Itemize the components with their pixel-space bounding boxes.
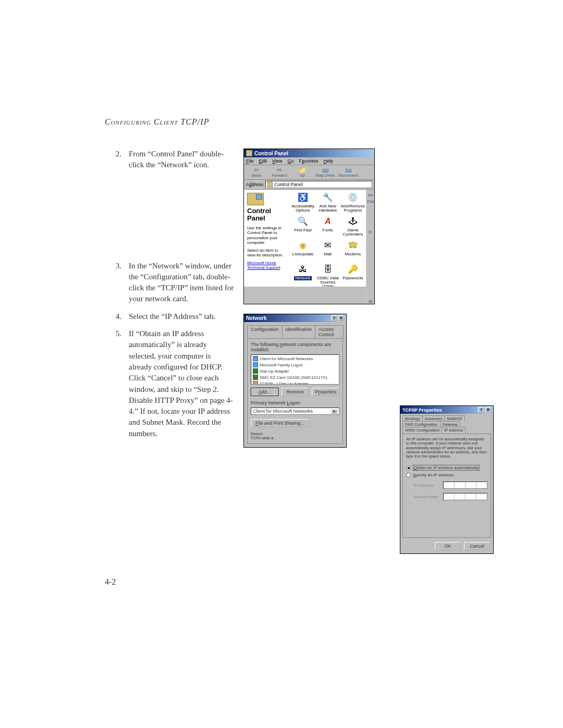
item-find-fast[interactable]: 🔍Find Fast [291, 216, 315, 239]
menu-help[interactable]: Help [323, 158, 333, 164]
logon-label: Primary Network Logon: [251, 400, 339, 405]
forward-button[interactable]: ⇨Forward [268, 166, 290, 178]
components-listbox[interactable]: Client for Microsoft Networks Microsoft … [251, 354, 339, 385]
ip-address-label: IP Address: [413, 483, 440, 488]
item-passwords[interactable]: 🔑Passwords [341, 264, 365, 287]
client-icon [253, 356, 258, 361]
radio-specify[interactable]: Specify an IP address: [406, 473, 487, 477]
control-panel-large-icon [247, 193, 264, 205]
logon-value: Client for Microsoft Networks [253, 409, 313, 414]
tab-bar: Bindings Advanced NetBIOS DNS Configurat… [402, 416, 491, 434]
step-number: 5. [105, 328, 129, 439]
file-print-sharing-button[interactable]: File and Print Sharing... [251, 419, 309, 427]
tab-identification[interactable]: Identification [282, 325, 316, 338]
list-item[interactable]: SMC EZ Card 10/100 (SMC1211TX) [252, 374, 338, 380]
window-titlebar[interactable]: TCP/IP Properties ? ✕ [400, 406, 493, 414]
item-add-hardware[interactable]: 🔧Add New Hardware [316, 192, 340, 215]
dropdown-icon[interactable]: ▼ [331, 409, 337, 414]
tab-access-control[interactable]: Access Control [315, 325, 344, 338]
window-title: TCP/IP Properties [402, 408, 442, 413]
info-text-2: Select an item to view its description. [247, 248, 287, 257]
list-item[interactable]: Dial-Up Adapter [252, 368, 338, 374]
remove-button[interactable]: Remove [282, 388, 309, 396]
list-item[interactable]: TCP/IP -> Dial-Up Adapter [252, 380, 338, 385]
tab-bar: Configuration Identification Access Cont… [247, 325, 343, 338]
subnet-mask-label: Subnet Mask: [413, 495, 440, 499]
step-number: 4. [105, 311, 129, 322]
mail-icon: ✉ [322, 240, 334, 251]
radio-obtain-auto[interactable]: Obtain an IP address automatically [406, 465, 487, 471]
page-number: 4-2 [105, 577, 116, 587]
item-mail[interactable]: ✉Mail [316, 240, 340, 263]
radio-icon [406, 465, 411, 470]
step-2: 2. From “Control Panel” double-click the… [105, 149, 234, 171]
logon-combo[interactable]: Client for Microsoft Networks ▼ [251, 408, 339, 415]
liveupdate-icon: ◉ [297, 240, 309, 251]
item-accessibility[interactable]: ♿Accessibility Options [291, 192, 315, 215]
window-title: Control Panel [254, 151, 288, 156]
menu-favorites[interactable]: Favorites [299, 158, 318, 164]
item-add-remove[interactable]: 💿Add/Remove Programs [341, 192, 365, 215]
tab-wins[interactable]: WINS Configuration [402, 427, 442, 434]
components-label: The following network components are ins… [251, 342, 339, 352]
ok-button[interactable]: OK [435, 542, 461, 550]
subnet-mask-input[interactable] [443, 493, 488, 500]
add-button[interactable]: Add... [251, 388, 278, 396]
menu-edit[interactable]: Edit [259, 158, 267, 164]
map-drive-button[interactable]: 🖴Map Drive [314, 166, 336, 178]
panel-description: An IP address can be automatically assig… [406, 437, 487, 459]
item-network[interactable]: 🖧Network [291, 264, 315, 287]
step-number: 3. [105, 261, 129, 305]
address-field[interactable]: Control Panel [265, 181, 372, 188]
cancel-button[interactable]: Cancel [464, 542, 490, 550]
menu-go[interactable]: Go [287, 158, 293, 164]
list-item[interactable]: Microsoft Family Logon [252, 362, 338, 368]
window-title: Network [246, 315, 266, 321]
step-3: 3. In the “Network” window, under the “C… [105, 261, 234, 305]
step-5: 5. If “Obtain an IP address automaticall… [105, 328, 234, 439]
step-text: From “Control Panel” double-click the “N… [129, 149, 234, 171]
close-button[interactable]: ✕ [338, 315, 344, 321]
modems-icon: ☎ [347, 240, 359, 251]
item-liveupdate[interactable]: ◉LiveUpdate [291, 240, 315, 263]
item-fonts[interactable]: AFonts [316, 216, 340, 239]
client-icon [253, 362, 258, 367]
item-odbc[interactable]: 🗄ODBC Data Sources (32bit) [316, 264, 340, 287]
properties-button[interactable]: Properties [312, 388, 339, 396]
help-button[interactable]: ? [478, 407, 484, 413]
tab-configuration[interactable]: Configuration [247, 325, 283, 338]
list-item[interactable]: Client for Microsoft Networks [252, 355, 338, 362]
info-text-1: Use the settings in Control Panel to per… [247, 226, 287, 245]
folder-icon [267, 182, 273, 187]
toolbar: ⇦Back ⇨Forward 📁Up 🖴Map Drive 🖴Disconnec… [244, 165, 374, 180]
close-button[interactable]: ✕ [485, 407, 491, 413]
icon-grid: ♿Accessibility Options 🔧Add New Hardware… [290, 190, 366, 287]
tab-ip-address[interactable]: IP Address [442, 427, 466, 434]
menu-view[interactable]: View [272, 158, 282, 164]
info-heading: Control Panel [247, 207, 287, 221]
step-text: Select the “IP Address” tab. [129, 311, 234, 322]
tcpip-properties-dialog: TCP/IP Properties ? ✕ Bindings Advanced … [400, 405, 494, 554]
menu-bar: File Edit View Go Favorites Help [244, 157, 374, 165]
item-game-controllers[interactable]: 🕹Game Controllers [341, 216, 365, 239]
address-value: Control Panel [274, 182, 303, 187]
item-modems[interactable]: ☎Modems [341, 240, 365, 263]
up-button[interactable]: 📁Up [291, 166, 313, 178]
help-button[interactable]: ? [331, 315, 337, 321]
findfast-icon: 🔍 [297, 216, 309, 227]
section-heading: Configuring Client TCP/IP [105, 117, 480, 127]
window-titlebar[interactable]: Network ? ✕ [244, 314, 346, 322]
link-tech-support[interactable]: Technical Support [247, 265, 287, 270]
menu-file[interactable]: File [246, 158, 254, 164]
adapter-icon [253, 375, 258, 380]
window-titlebar[interactable]: Control Panel [244, 149, 374, 157]
protocol-icon [253, 381, 258, 385]
network-icon: 🖧 [297, 264, 309, 275]
link-ms-home[interactable]: Microsoft Home [247, 261, 287, 265]
back-button[interactable]: ⇦Back [246, 166, 267, 178]
ip-address-input[interactable] [443, 482, 488, 489]
odbc-icon: 🗄 [322, 264, 334, 275]
radio-icon [406, 473, 411, 477]
control-panel-window: Control Panel File Edit View Go Favorite… [243, 149, 375, 304]
disconnect-button[interactable]: 🖴Disconnect [337, 166, 359, 178]
